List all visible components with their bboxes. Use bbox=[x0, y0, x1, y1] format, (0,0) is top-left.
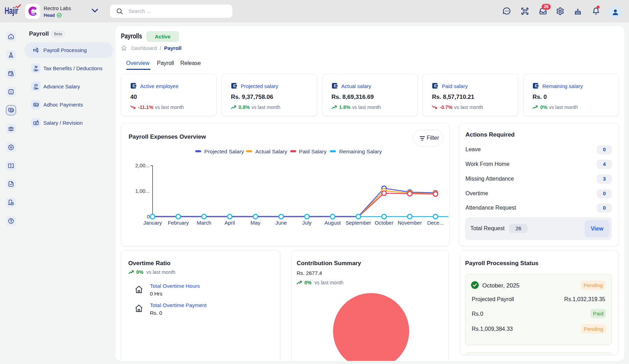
svg-text:November: November bbox=[398, 220, 422, 226]
svg-text:Projected Salary: Projected Salary bbox=[204, 148, 244, 154]
svg-text:January: January bbox=[143, 220, 162, 226]
svg-text:August: August bbox=[324, 220, 341, 226]
svg-text:1,00...: 1,00... bbox=[135, 188, 150, 194]
svg-text:February: February bbox=[168, 220, 189, 226]
svg-text:September: September bbox=[346, 220, 371, 226]
svg-text:June: June bbox=[275, 220, 287, 226]
svg-text:Dece...: Dece... bbox=[427, 220, 444, 226]
svg-text:April: April bbox=[224, 220, 235, 226]
svg-text:0: 0 bbox=[147, 213, 150, 219]
svg-text:May: May bbox=[251, 220, 261, 226]
svg-text:Paid Salary: Paid Salary bbox=[299, 148, 327, 154]
svg-text:2,00...: 2,00... bbox=[135, 162, 150, 168]
svg-text:October: October bbox=[375, 220, 393, 226]
svg-text:July: July bbox=[302, 220, 312, 226]
svg-text:March: March bbox=[197, 220, 211, 226]
svg-text:Remaining Salary: Remaining Salary bbox=[339, 148, 382, 154]
svg-text:Actual Salary: Actual Salary bbox=[255, 148, 288, 154]
